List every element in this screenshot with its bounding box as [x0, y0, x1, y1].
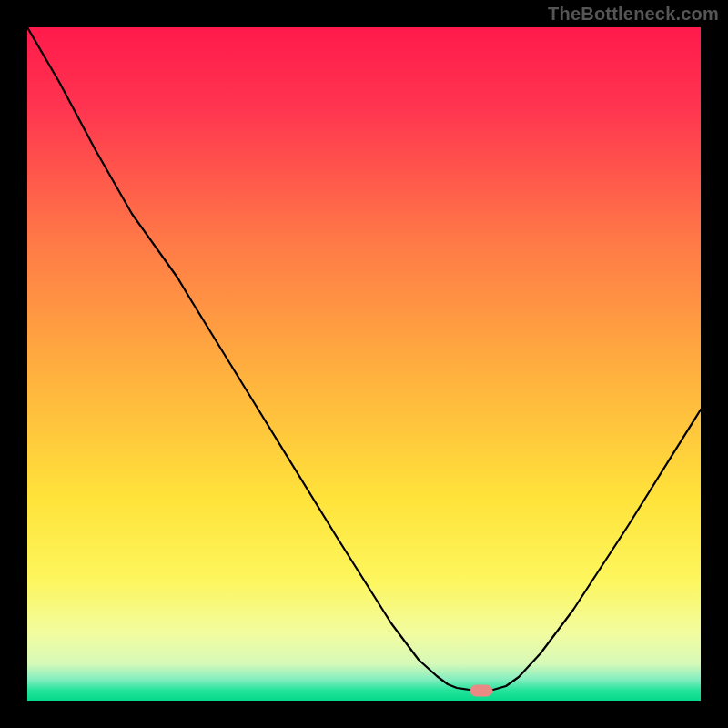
watermark-text: TheBottleneck.com — [548, 4, 719, 25]
chart-svg — [27, 27, 701, 701]
gradient-background — [27, 27, 701, 701]
chart-frame: TheBottleneck.com — [0, 0, 728, 728]
plot-area — [27, 27, 701, 701]
optimal-point-marker — [470, 685, 492, 696]
